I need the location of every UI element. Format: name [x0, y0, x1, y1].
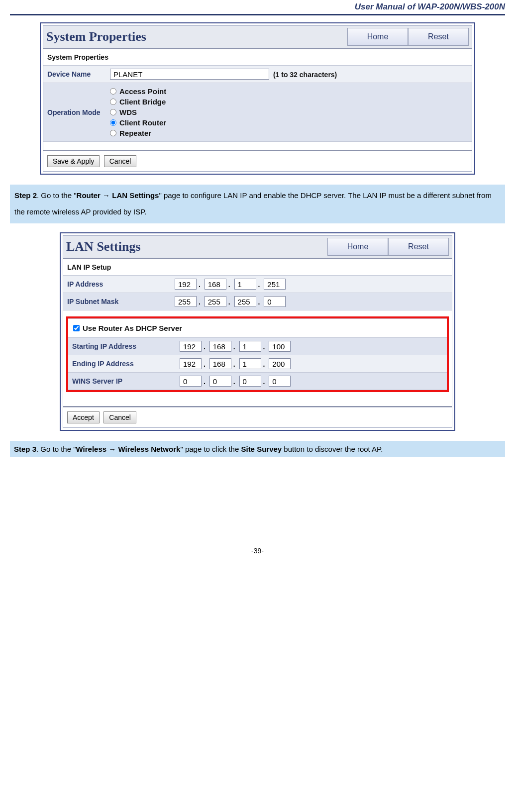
radio-client-bridge[interactable] [110, 99, 116, 105]
cancel-button[interactable]: Cancel [104, 155, 137, 167]
mask-octet-3[interactable] [234, 296, 256, 307]
section-title: System Properties [43, 49, 472, 65]
start-ip-2[interactable] [209, 341, 231, 352]
save-apply-button[interactable]: Save & Apply [47, 155, 100, 167]
mask-octet-2[interactable] [205, 296, 226, 307]
ip-address-label: IP Address [63, 276, 171, 293]
doc-header: User Manual of WAP-200N/WBS-200N [10, 0, 505, 13]
radio-label: Client Bridge [119, 98, 166, 106]
reset-button[interactable]: Reset [388, 238, 449, 256]
use-router-dhcp-checkbox[interactable] [73, 325, 80, 331]
ip-octet-4[interactable] [264, 279, 286, 290]
radio-label: Access Point [119, 87, 166, 96]
accept-button[interactable]: Accept [67, 411, 100, 423]
wins-ip-4[interactable] [269, 376, 291, 387]
start-ip-1[interactable] [180, 341, 202, 352]
ip-octet-3[interactable] [234, 279, 256, 290]
end-ip-4[interactable] [269, 358, 291, 369]
wins-ip-2[interactable] [209, 376, 231, 387]
section-title: LAN IP Setup [63, 259, 452, 275]
header-divider [10, 14, 505, 15]
end-ip-1[interactable] [180, 358, 202, 369]
cancel-button[interactable]: Cancel [103, 411, 136, 423]
panel-title: LAN Settings [66, 239, 141, 254]
radio-access-point[interactable] [110, 88, 116, 95]
mask-octet-1[interactable] [175, 296, 197, 307]
step3-text: Step 3. Go to the "Wireless → Wireless N… [10, 441, 505, 457]
page-number: -39- [10, 547, 505, 555]
start-ip-3[interactable] [239, 341, 261, 352]
wins-ip-1[interactable] [180, 376, 202, 387]
starting-ip-label: Starting IP Address [68, 338, 176, 355]
device-name-input[interactable] [110, 69, 269, 80]
device-name-hint: (1 to 32 characters) [273, 71, 337, 79]
radio-wds[interactable] [110, 109, 116, 115]
start-ip-4[interactable] [269, 341, 291, 352]
radio-label: WDS [119, 108, 137, 116]
reset-button[interactable]: Reset [408, 28, 469, 46]
device-name-label: Device Name [43, 66, 106, 83]
wins-ip-3[interactable] [239, 376, 261, 387]
wins-label: WINS Server IP [68, 373, 176, 390]
mask-octet-4[interactable] [264, 296, 286, 307]
radio-repeater[interactable] [110, 130, 116, 136]
radio-label: Repeater [119, 129, 151, 137]
lan-settings-panel: LAN Settings Home Reset LAN IP Setup IP … [60, 232, 455, 431]
ending-ip-label: Ending IP Address [68, 355, 176, 373]
system-properties-panel: System Properties Home Reset System Prop… [40, 22, 475, 175]
dhcp-highlight-box: Use Router As DHCP Server Starting IP Ad… [66, 316, 449, 392]
radio-label: Client Router [119, 118, 166, 127]
end-ip-3[interactable] [239, 358, 261, 369]
dhcp-label: Use Router As DHCP Server [83, 324, 182, 332]
panel-title: System Properties [46, 29, 146, 44]
home-button[interactable]: Home [347, 28, 408, 46]
end-ip-2[interactable] [209, 358, 231, 369]
step2-text: Step 2. Go to the "Router → LAN Settings… [10, 185, 505, 223]
ip-octet-1[interactable] [175, 279, 197, 290]
operation-mode-label: Operation Mode [43, 83, 106, 142]
ip-octet-2[interactable] [205, 279, 226, 290]
subnet-mask-label: IP Subnet Mask [63, 293, 171, 310]
radio-client-router[interactable] [110, 119, 116, 126]
home-button[interactable]: Home [327, 238, 388, 256]
